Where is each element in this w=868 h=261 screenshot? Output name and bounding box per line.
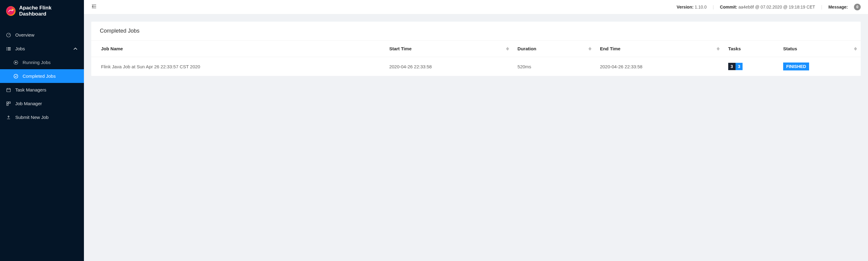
flink-logo-icon: [6, 6, 16, 16]
sort-icon: [506, 47, 509, 51]
svg-rect-3: [6, 47, 7, 48]
sidebar: Apache Flink Dashboard Overview Jobs: [0, 0, 84, 261]
nav-job-manager[interactable]: Job Manager: [0, 97, 84, 110]
cell-job-name: Flink Java Job at Sun Apr 26 22:33:57 CS…: [91, 57, 384, 76]
message-info[interactable]: Message:: [828, 5, 848, 9]
sort-icon: [717, 47, 720, 51]
nav-running-jobs[interactable]: Running Jobs: [0, 56, 84, 69]
nav-label: Running Jobs: [23, 60, 51, 65]
cell-start-time: 2020-04-26 22:33:58: [384, 57, 513, 76]
svg-rect-5: [6, 48, 7, 49]
version-label: Version:: [677, 5, 693, 9]
check-circle-icon: [13, 74, 18, 79]
schedule-icon: [6, 88, 11, 92]
svg-point-1: [11, 8, 13, 10]
nav-submit-new-job[interactable]: Submit New Job: [0, 110, 84, 124]
svg-rect-8: [8, 50, 11, 50]
col-start-time[interactable]: Start Time: [384, 40, 513, 57]
nav-label: Completed Jobs: [23, 73, 56, 79]
cell-tasks: 3 3: [723, 57, 778, 76]
sidebar-header: Apache Flink Dashboard: [0, 0, 84, 22]
svg-rect-11: [7, 89, 10, 92]
svg-rect-7: [6, 50, 7, 50]
nav-label: Jobs: [15, 46, 25, 51]
sidebar-collapse-button[interactable]: [91, 4, 97, 10]
table-row[interactable]: Flink Java Job at Sun Apr 26 22:33:57 CS…: [91, 57, 861, 76]
nav: Overview Jobs Running Jobs: [0, 22, 84, 124]
cell-status: FINISHED: [778, 57, 861, 76]
col-duration[interactable]: Duration: [513, 40, 595, 57]
bars-icon: [6, 46, 11, 51]
separator: |: [713, 5, 714, 9]
svg-point-0: [7, 7, 14, 15]
cell-end-time: 2020-04-26 22:33:58: [595, 57, 723, 76]
nav-jobs[interactable]: Jobs: [0, 42, 84, 56]
topbar: Version: 1.10.0 | Commit: aa4eb8f @ 07.0…: [84, 0, 868, 14]
message-label: Message:: [828, 5, 848, 9]
upload-icon: [6, 115, 11, 120]
col-tasks: Tasks: [723, 40, 778, 57]
chevron-up-icon: [73, 46, 78, 51]
page-title: Completed Jobs: [91, 22, 861, 40]
dashboard-icon: [6, 33, 11, 37]
svg-rect-13: [9, 102, 10, 103]
nav-label: Job Manager: [15, 101, 42, 106]
nav-completed-jobs[interactable]: Completed Jobs: [0, 69, 84, 83]
cell-duration: 520ms: [513, 57, 595, 76]
content: Completed Jobs Job Name Start Time: [84, 14, 868, 83]
play-circle-icon: [13, 60, 18, 65]
nav-label: Overview: [15, 32, 34, 37]
tasks-total-badge: 3: [728, 63, 736, 70]
svg-rect-4: [8, 47, 11, 48]
col-job-name[interactable]: Job Name: [91, 40, 384, 57]
commit-label: Commit:: [720, 5, 737, 9]
version-info: Version: 1.10.0: [677, 5, 707, 9]
col-status[interactable]: Status: [778, 40, 861, 57]
tasks-done-badge: 3: [736, 63, 743, 70]
svg-rect-12: [7, 102, 8, 103]
commit-info: Commit: aa4eb8f @ 07.02.2020 @ 19:18:19 …: [720, 5, 815, 9]
svg-rect-6: [8, 48, 11, 49]
main: Version: 1.10.0 | Commit: aa4eb8f @ 07.0…: [84, 0, 868, 261]
sort-icon: [854, 47, 857, 51]
col-end-time[interactable]: End Time: [595, 40, 723, 57]
build-icon: [6, 101, 11, 106]
nav-label: Task Managers: [15, 87, 46, 92]
completed-jobs-card: Completed Jobs Job Name Start Time: [91, 22, 861, 76]
nav-label: Submit New Job: [15, 115, 49, 120]
nav-task-managers[interactable]: Task Managers: [0, 83, 84, 97]
brand-title: Apache Flink Dashboard: [19, 5, 78, 17]
svg-rect-14: [7, 104, 8, 105]
nav-overview[interactable]: Overview: [0, 28, 84, 42]
message-count-badge[interactable]: 0: [854, 4, 861, 10]
version-value: 1.10.0: [695, 5, 707, 9]
sort-icon: [588, 47, 591, 51]
jobs-table: Job Name Start Time Duration: [91, 40, 861, 76]
commit-value: aa4eb8f @ 07.02.2020 @ 19:18:19 CET: [739, 5, 815, 9]
separator: |: [821, 5, 823, 9]
status-badge: FINISHED: [783, 63, 809, 70]
